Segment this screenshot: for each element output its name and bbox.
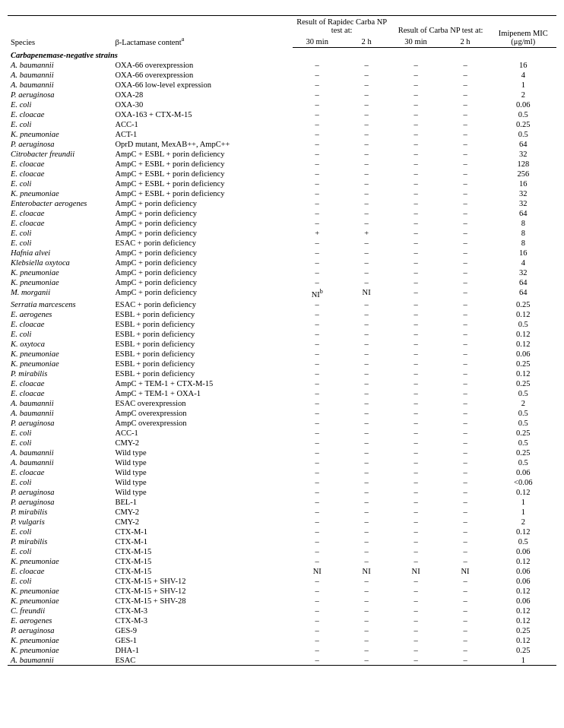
species-cell: A. baumannii — [8, 655, 112, 666]
table-row: P. aeruginosaWild type––––0.12 — [8, 487, 556, 497]
beta-cell: Wild type — [112, 467, 292, 477]
table-row: A. baumanniiAmpC overexpression––––0.5 — [8, 408, 556, 418]
table-row: Hafnia alveiAmpC + porin deficiency––––1… — [8, 248, 556, 258]
c2h-cell: – — [441, 576, 490, 586]
c30-cell: – — [391, 258, 441, 267]
c2h-cell: – — [441, 198, 490, 208]
r30-cell: – — [293, 248, 342, 258]
c30-cell: – — [391, 198, 441, 208]
r30-cell: – — [293, 408, 342, 418]
table-row: A. baumanniiWild type––––0.25 — [8, 448, 556, 457]
beta-cell: OXA-30 — [112, 100, 292, 109]
r2h-cell: – — [342, 277, 391, 287]
table-row: K. pneumoniaeCTX-M-15 + SHV-28––––0.06 — [8, 596, 556, 606]
c2h-cell: – — [441, 369, 490, 378]
r30-cell: – — [293, 188, 342, 198]
r30-cell: – — [293, 329, 342, 339]
species-cell: E. coli — [8, 119, 112, 129]
rapidec-group-header: Result of Rapidec Carba NP test at: — [293, 16, 391, 36]
beta-cell: Wild type — [112, 448, 292, 457]
mic-cell: 0.25 — [490, 299, 556, 309]
c2h-cell: – — [441, 70, 490, 80]
c2h-cell: – — [441, 60, 490, 70]
table-row: P. mirabilisCTX-M-1––––0.5 — [8, 537, 556, 546]
c2h-cell: – — [441, 179, 490, 188]
c30-cell: – — [391, 159, 441, 169]
c2h-cell: – — [441, 507, 490, 517]
r2h-cell: – — [342, 556, 391, 566]
beta-cell: BEL-1 — [112, 497, 292, 507]
c30-cell: – — [391, 119, 441, 129]
r2h-cell: – — [342, 576, 391, 586]
mic-cell: 0.5 — [490, 129, 556, 139]
c30-cell: – — [391, 448, 441, 457]
c30-cell: – — [391, 208, 441, 218]
carbaNP-group-header: Result of Carba NP test at: — [391, 16, 490, 36]
r2h-cell: – — [342, 477, 391, 487]
beta-cell: ESAC — [112, 655, 292, 666]
c2h-cell: – — [441, 487, 490, 497]
c30-cell: – — [391, 90, 441, 100]
table-row: E. coliACC-1––––0.25 — [8, 119, 556, 129]
mic-cell: 1 — [490, 655, 556, 666]
r2h-cell: – — [342, 625, 391, 635]
species-cell: A. baumannii — [8, 398, 112, 408]
r30-cell: – — [293, 139, 342, 149]
beta-cell: ESAC overexpression — [112, 398, 292, 408]
species-cell: E. cloacae — [8, 218, 112, 228]
beta-cell: CTX-M-15 + SHV-28 — [112, 596, 292, 606]
table-row: K. pneumoniaeAmpC + ESBL + porin deficie… — [8, 188, 556, 198]
species-cell: K. pneumoniae — [8, 267, 112, 277]
c30-cell: – — [391, 497, 441, 507]
mic-cell: 0.12 — [490, 616, 556, 625]
mic-cell: 64 — [490, 287, 556, 299]
c30-cell: – — [391, 70, 441, 80]
c30-cell: NI — [391, 566, 441, 576]
c30-cell: – — [391, 477, 441, 487]
mic-cell: 0.5 — [490, 418, 556, 428]
r2h-cell: – — [342, 388, 391, 398]
r2h-cell: – — [342, 408, 391, 418]
mic-cell: 4 — [490, 258, 556, 267]
c30-cell: – — [391, 398, 441, 408]
r30-cell: – — [293, 339, 342, 349]
c2h-cell: – — [441, 80, 490, 90]
species-cell: E. cloacae — [8, 566, 112, 576]
c2h-cell: – — [441, 497, 490, 507]
table-row: Klebsiella oxytocaAmpC + porin deficienc… — [8, 258, 556, 267]
c2h-cell: – — [441, 527, 490, 537]
beta-cell: AmpC + ESBL + porin deficiency — [112, 159, 292, 169]
species-cell: E. coli — [8, 179, 112, 188]
table-row: A. baumanniiESAC overexpression––––2 — [8, 398, 556, 408]
r2h-cell: – — [342, 198, 391, 208]
c2h-cell: – — [441, 655, 490, 666]
mic-cell: 128 — [490, 159, 556, 169]
c30-cell: – — [391, 378, 441, 388]
c30-cell: – — [391, 457, 441, 467]
table-row: P. aeruginosaOXA-28––––2 — [8, 90, 556, 100]
table-row: E. coliACC-1––––0.25 — [8, 428, 556, 438]
mic-cell: 32 — [490, 188, 556, 198]
mic-cell: 0.5 — [490, 408, 556, 418]
c2h-cell: – — [441, 517, 490, 527]
mic-cell: 0.25 — [490, 428, 556, 438]
species-cell: E. coli — [8, 477, 112, 487]
c2h-cell: – — [441, 119, 490, 129]
mic-cell: 0.25 — [490, 119, 556, 129]
c30-cell: – — [391, 388, 441, 398]
mic-cell: 8 — [490, 238, 556, 248]
c2h-cell: – — [441, 159, 490, 169]
beta-cell: CMY-2 — [112, 438, 292, 448]
r30-cell: – — [293, 428, 342, 438]
mic-cell: 0.5 — [490, 438, 556, 448]
c2h-cell: – — [441, 149, 490, 159]
r30-cell: – — [293, 487, 342, 497]
r2h-cell: – — [342, 546, 391, 556]
mic-cell: 0.5 — [490, 319, 556, 329]
c30-cell: – — [391, 248, 441, 258]
c30-cell: – — [391, 139, 441, 149]
table-row: E. cloacaeAmpC + porin deficiency––––8 — [8, 218, 556, 228]
rapidec-2h-header: 2 h — [342, 36, 391, 48]
species-cell: E. coli — [8, 527, 112, 537]
c2h-cell: – — [441, 339, 490, 349]
